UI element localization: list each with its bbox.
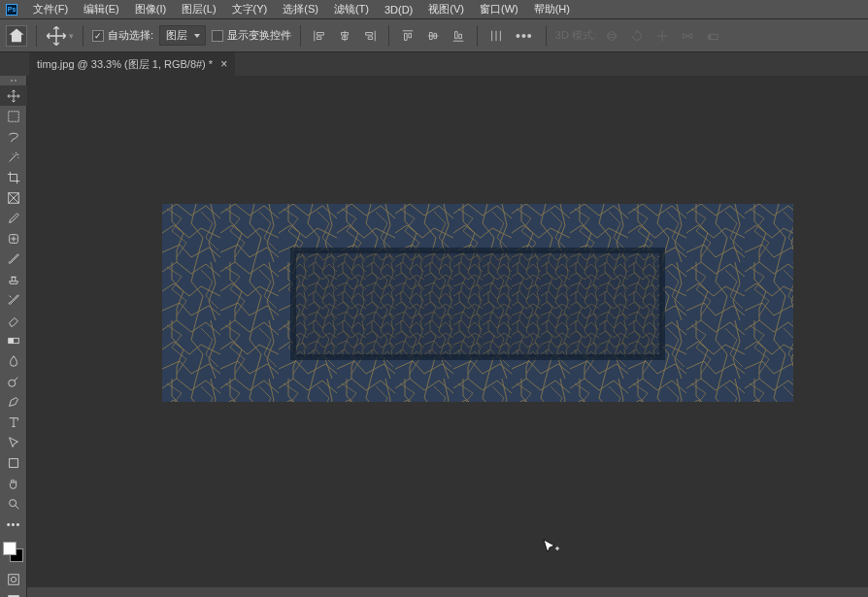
document-tab[interactable]: timg.jpg @ 33.3% (图层 1, RGB/8#) * × (29, 52, 235, 76)
document-tab-title: timg.jpg @ 33.3% (图层 1, RGB/8#) * (37, 57, 213, 72)
roll-3d-button[interactable] (627, 26, 647, 46)
eyedropper-tool[interactable] (0, 208, 27, 228)
svg-rect-4 (9, 111, 19, 121)
lasso-tool[interactable] (0, 126, 27, 147)
status-bar (27, 587, 868, 597)
document-canvas[interactable] (162, 204, 793, 402)
menu-layer[interactable]: 图层(L) (174, 0, 223, 18)
menu-3d[interactable]: 3D(D) (377, 2, 420, 17)
move-tool[interactable] (0, 85, 27, 106)
align-vcenter-button[interactable] (423, 26, 443, 46)
svg-point-0 (608, 31, 617, 40)
svg-point-1 (608, 34, 617, 38)
healing-brush-tool[interactable] (0, 228, 27, 249)
home-button[interactable] (6, 25, 27, 47)
svg-rect-10 (10, 458, 18, 467)
toolbox: ••• (0, 76, 27, 597)
slide-3d-button[interactable] (678, 26, 697, 46)
eraser-tool[interactable] (0, 310, 27, 330)
menu-filter[interactable]: 滤镜(T) (326, 0, 377, 18)
type-tool[interactable] (0, 412, 27, 432)
svg-rect-20 (293, 250, 662, 357)
magic-wand-tool[interactable] (0, 147, 27, 167)
path-select-tool[interactable] (0, 432, 27, 452)
svg-point-9 (9, 380, 16, 386)
menu-type[interactable]: 文字(Y) (224, 0, 276, 18)
mode-3d-label: 3D 模式: (555, 28, 596, 43)
dropdown-arrow-icon: ▾ (69, 31, 74, 41)
checkbox-icon (92, 30, 104, 42)
auto-select-checkbox[interactable]: 自动选择: (92, 28, 153, 43)
distribute-button[interactable] (486, 26, 506, 46)
svg-rect-8 (9, 338, 14, 343)
brush-tool[interactable] (0, 249, 27, 269)
menu-image[interactable]: 图像(I) (127, 0, 174, 18)
svg-point-11 (10, 499, 17, 506)
separator (83, 25, 83, 47)
hand-tool[interactable] (0, 473, 27, 493)
show-transform-label: 显示变换控件 (227, 28, 291, 43)
separator (477, 25, 478, 47)
separator (388, 25, 389, 47)
option-bar: ▾ 自动选择: 图层 显示变换控件 ••• 3D 模式: (0, 19, 868, 52)
more-tools-button[interactable]: ••• (0, 514, 27, 534)
move-tool-indicator-icon (46, 25, 67, 47)
svg-rect-12 (9, 574, 19, 584)
foreground-color-swatch[interactable] (3, 542, 17, 555)
menu-file[interactable]: 文件(F) (25, 0, 76, 18)
orbit-3d-button[interactable] (602, 26, 621, 46)
quick-mask-button[interactable] (0, 569, 27, 589)
clone-stamp-tool[interactable] (0, 269, 27, 289)
separator (546, 25, 547, 47)
menubar: Ps 文件(F) 编辑(E) 图像(I) 图层(L) 文字(Y) 选择(S) 滤… (0, 0, 868, 19)
separator (36, 25, 37, 47)
crop-tool[interactable] (0, 167, 27, 187)
close-tab-button[interactable]: × (220, 57, 227, 71)
menu-edit[interactable]: 编辑(E) (76, 0, 127, 18)
pan-3d-button[interactable] (652, 26, 672, 46)
pen-tool[interactable] (0, 391, 27, 412)
history-brush-tool[interactable] (0, 289, 27, 310)
auto-select-mode-value: 图层 (166, 29, 187, 41)
align-top-button[interactable] (398, 26, 417, 46)
rect-marquee-tool[interactable] (0, 106, 27, 126)
align-left-button[interactable] (310, 26, 329, 46)
separator (300, 25, 301, 47)
checkbox-icon (212, 30, 223, 42)
menu-view[interactable]: 视图(V) (420, 0, 472, 18)
zoom-tool[interactable] (0, 493, 27, 514)
blur-tool[interactable] (0, 350, 27, 371)
more-options-button[interactable]: ••• (512, 28, 537, 44)
show-transform-checkbox[interactable]: 显示变换控件 (212, 28, 291, 43)
color-swatches[interactable] (0, 540, 27, 565)
scale-3d-button[interactable] (703, 26, 722, 46)
align-right-button[interactable] (360, 26, 380, 46)
frame-tool[interactable] (0, 187, 27, 208)
shape-tool[interactable] (0, 452, 27, 473)
svg-point-13 (11, 577, 16, 581)
home-icon (7, 26, 26, 46)
align-hcenter-button[interactable] (335, 26, 354, 46)
menu-help[interactable]: 帮助(H) (526, 0, 578, 18)
menu-select[interactable]: 选择(S) (275, 0, 326, 18)
dodge-tool[interactable] (0, 371, 27, 391)
gradient-tool[interactable] (0, 330, 27, 350)
auto-select-mode-dropdown[interactable]: 图层 (159, 25, 206, 46)
screen-mode-button[interactable] (0, 589, 27, 597)
app-logo-icon: Ps (6, 4, 17, 16)
document-tabbar: timg.jpg @ 33.3% (图层 1, RGB/8#) * × (0, 52, 868, 76)
auto-select-label: 自动选择: (108, 28, 153, 43)
align-bottom-button[interactable] (449, 26, 468, 46)
menu-window[interactable]: 窗口(W) (472, 0, 526, 18)
toolbox-grip-icon[interactable] (0, 76, 26, 85)
